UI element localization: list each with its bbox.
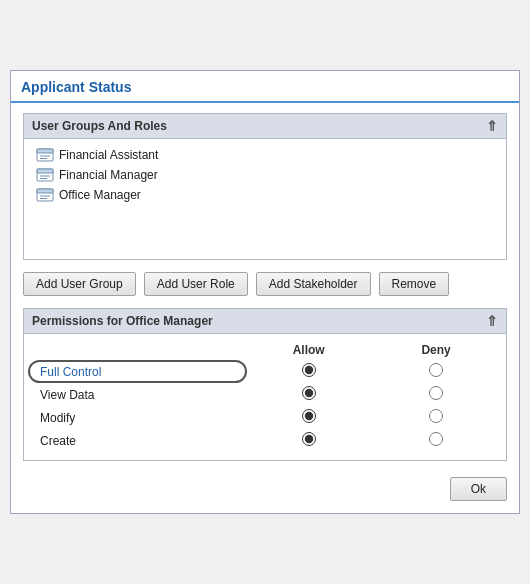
allow-cell (243, 429, 374, 452)
user-groups-collapse-icon[interactable]: ⇑ (486, 118, 498, 134)
permission-name: View Data (32, 383, 243, 406)
deny-cell (374, 383, 498, 406)
group-icon (36, 167, 54, 183)
user-groups-section: User Groups And Roles ⇑ Financial Assist… (23, 113, 507, 260)
add-user-role-button[interactable]: Add User Role (144, 272, 248, 296)
deny-cell (374, 429, 498, 452)
group-icon (36, 147, 54, 163)
permissions-title: Permissions for Office Manager (32, 314, 213, 328)
add-stakeholder-button[interactable]: Add Stakeholder (256, 272, 371, 296)
permission-name: Create (32, 429, 243, 452)
allow-cell (243, 383, 374, 406)
list-item-label: Financial Assistant (59, 148, 158, 162)
permissions-table: Allow Deny Full Control (32, 340, 498, 452)
permissions-header: Permissions for Office Manager ⇑ (24, 309, 506, 334)
allow-radio-modify[interactable] (302, 409, 316, 423)
allow-cell (243, 360, 374, 383)
allow-cell (243, 406, 374, 429)
dialog-title: Applicant Status (11, 71, 519, 103)
svg-rect-5 (37, 169, 53, 173)
deny-radio-modify[interactable] (429, 409, 443, 423)
list-item: Financial Assistant (32, 145, 498, 165)
add-user-group-button[interactable]: Add User Group (23, 272, 136, 296)
svg-rect-9 (37, 189, 53, 193)
ok-button[interactable]: Ok (450, 477, 507, 501)
ok-row: Ok (23, 473, 507, 501)
permissions-collapse-icon[interactable]: ⇑ (486, 313, 498, 329)
permission-row-create: Create (32, 429, 498, 452)
list-item-label: Financial Manager (59, 168, 158, 182)
svg-rect-1 (37, 149, 53, 153)
permission-name: Modify (32, 406, 243, 429)
dialog-body: User Groups And Roles ⇑ Financial Assist… (11, 103, 519, 513)
user-groups-title: User Groups And Roles (32, 119, 167, 133)
permissions-header-row: Allow Deny (32, 340, 498, 360)
permission-row-view-data: View Data (32, 383, 498, 406)
group-icon (36, 187, 54, 203)
deny-radio-full-control[interactable] (429, 363, 443, 377)
col-header-permission (32, 340, 243, 360)
deny-radio-create[interactable] (429, 432, 443, 446)
list-item: Financial Manager (32, 165, 498, 185)
permission-row-full-control: Full Control (32, 360, 498, 383)
permission-name: Full Control (32, 360, 243, 383)
list-item: Office Manager (32, 185, 498, 205)
permissions-section: Permissions for Office Manager ⇑ Allow D… (23, 308, 507, 461)
deny-cell (374, 360, 498, 383)
applicant-status-dialog: Applicant Status User Groups And Roles ⇑ (10, 70, 520, 514)
col-header-allow: Allow (243, 340, 374, 360)
deny-radio-view-data[interactable] (429, 386, 443, 400)
user-groups-header: User Groups And Roles ⇑ (24, 114, 506, 139)
permissions-body: Allow Deny Full Control (24, 334, 506, 460)
action-buttons: Add User Group Add User Role Add Stakeho… (23, 272, 507, 296)
permission-row-modify: Modify (32, 406, 498, 429)
allow-radio-full-control[interactable] (302, 363, 316, 377)
col-header-deny: Deny (374, 340, 498, 360)
deny-cell (374, 406, 498, 429)
remove-button[interactable]: Remove (379, 272, 450, 296)
allow-radio-view-data[interactable] (302, 386, 316, 400)
list-item-label: Office Manager (59, 188, 141, 202)
user-groups-body: Financial Assistant Financial Manager (24, 139, 506, 259)
allow-radio-create[interactable] (302, 432, 316, 446)
